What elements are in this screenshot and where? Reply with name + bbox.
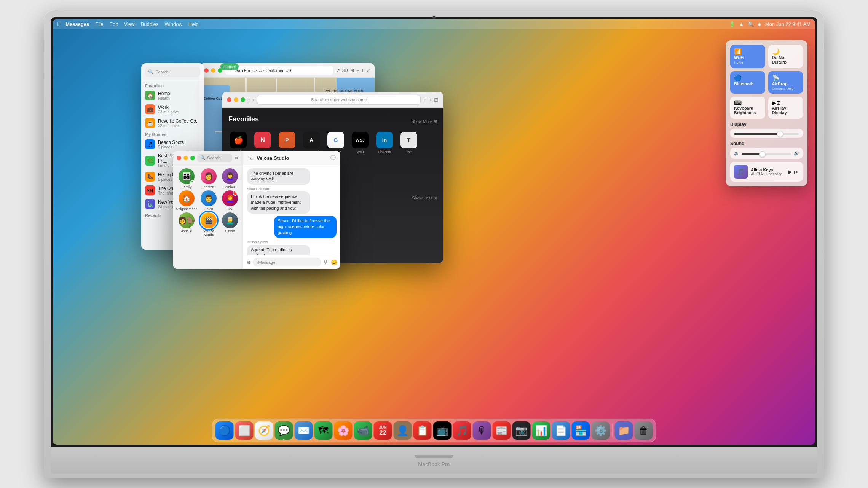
np-next-icon[interactable]: ⏭ — [794, 169, 799, 175]
safari-new-tab-icon[interactable]: + — [429, 97, 432, 103]
maps-zoom-out-icon[interactable]: − — [356, 68, 359, 73]
safari-minimize-button[interactable] — [234, 97, 238, 102]
sound-slider-thumb[interactable] — [760, 151, 766, 157]
dock-screenium[interactable]: 📷 — [512, 421, 531, 440]
sidebar-item-home[interactable]: 🏠 Home Nearby — [141, 89, 204, 102]
wifi-icon[interactable]: ▲ — [739, 21, 744, 27]
dock-appstore[interactable]: 🏪 — [572, 421, 590, 440]
contact-kevin[interactable]: 👨 Kevin — [199, 190, 219, 211]
contact-kristen[interactable]: 👩 Kristen — [199, 168, 219, 189]
dock-music[interactable]: 🎵 — [453, 421, 471, 440]
contact-velosa[interactable]: 🎬 Velosa Studio — [199, 212, 219, 237]
dock-safari[interactable]: 🧭 — [255, 421, 273, 440]
messages-maximize-button[interactable] — [190, 156, 195, 160]
maps-search-bar[interactable]: 🔍 Search — [145, 67, 200, 77]
contact-amber[interactable]: 👩‍🦱 Amber — [220, 168, 240, 189]
dock-finder[interactable]: 🔵 — [215, 421, 234, 440]
display-slider-thumb[interactable] — [777, 131, 783, 137]
menubar-help[interactable]: Help — [188, 21, 199, 27]
maps-address-bar[interactable]: 📍 San Francisco · California, US — [225, 66, 333, 75]
messages-search-bar[interactable]: 🔍 Search — [197, 154, 232, 162]
dock-facetime[interactable]: 📹 — [354, 421, 372, 440]
coffee-icon: ☕ — [145, 118, 155, 128]
dock-launchpad[interactable]: ⬜ — [235, 421, 254, 440]
dock-podcasts[interactable]: 🎙 — [473, 421, 491, 440]
cc-sound-slider[interactable]: 🔈 🔊 — [730, 148, 803, 159]
dock-messages[interactable]: 💬 — [275, 421, 293, 440]
cc-display-slider[interactable] — [730, 129, 803, 138]
contact-janelle[interactable]: 👩‍🦫 Janelle — [176, 212, 198, 237]
fav-tait-label: Tait — [406, 150, 412, 154]
maps-traffic-icon[interactable]: ⊞ — [350, 68, 354, 73]
contact-simon[interactable]: 👨‍🦳 Simon — [220, 212, 240, 237]
contact-neighborhood[interactable]: 🏠 Neighborhood — [176, 190, 198, 211]
safari-share-icon[interactable]: ↑ — [424, 97, 426, 103]
menubar-left:  Messages File Edit View Buddies Window… — [57, 21, 729, 27]
dock-photos[interactable]: 🌸 — [334, 421, 353, 440]
dock-maps[interactable]: 🗺 — [314, 421, 333, 440]
maps-fullscreen-icon[interactable]: ⤢ — [366, 68, 370, 73]
safari-close-button[interactable] — [227, 97, 231, 102]
messages-window[interactable]: 🔍 Search ✏ 👨‍👩‍👧 — [173, 151, 340, 269]
imessage-input[interactable]: iMessage — [253, 258, 321, 266]
menubar-buddies[interactable]: Buddies — [141, 21, 159, 27]
contact-ivy[interactable]: 👩‍🦰 Ivy — [220, 190, 240, 211]
dock-mail[interactable]: ✉️ — [295, 421, 313, 440]
safari-maximize-button[interactable] — [241, 97, 245, 102]
dock-folder[interactable]: 📁 — [615, 421, 633, 440]
np-play-icon[interactable]: ▶ — [788, 169, 792, 175]
dock-trash[interactable]: 🗑 — [635, 421, 653, 440]
maps-share-icon[interactable]: ↗ — [336, 68, 340, 73]
minimize-button[interactable] — [211, 68, 215, 73]
menubar-app-name[interactable]: Messages — [65, 21, 89, 27]
cc-bluetooth-block[interactable]: 🔵 Bluetooth — [730, 71, 765, 94]
menubar-file[interactable]: File — [95, 21, 103, 27]
dock-reminders[interactable]: 📋 — [413, 421, 432, 440]
sidebar-item-beach[interactable]: 🏖 Beach Spots 9 places — [141, 137, 204, 151]
dock-contacts[interactable]: 👤 — [394, 421, 412, 440]
cc-wifi-block[interactable]: 📶 Wi-Fi Home — [730, 45, 765, 68]
siri-icon[interactable]: ◈ — [758, 21, 761, 27]
menubar-edit[interactable]: Edit — [109, 21, 118, 27]
messages-apps-icon[interactable]: ⊕ — [246, 259, 251, 265]
dock-news[interactable]: 📰 — [493, 421, 511, 440]
fav-linkedin[interactable]: in LinkedIn — [375, 132, 394, 158]
sidebar-item-coffee[interactable]: ☕ Reveille Coffee Co. 22 min drive — [141, 116, 204, 130]
cc-airplay-block[interactable]: ▶⊡ AirPlayDisplay — [768, 97, 803, 119]
preferences-icon: ⚙️ — [595, 425, 607, 437]
show-more-label[interactable]: Show More ⊞ — [411, 119, 437, 124]
messages-minimize-button[interactable] — [183, 156, 188, 160]
contact-family[interactable]: 👨‍👩‍👧 Family — [176, 168, 198, 189]
show-less-label[interactable]: Show Less ⊞ — [412, 196, 437, 201]
messages-emoji-icon[interactable]: 😊 — [331, 259, 337, 265]
safari-sidebar-icon[interactable]: ⊡ — [434, 97, 439, 103]
close-button[interactable] — [204, 68, 209, 73]
messages-compose-icon[interactable]: ✏ — [235, 155, 239, 161]
coffee-name: Reveille Coffee Co. — [158, 118, 200, 124]
safari-forward-icon[interactable]: › — [252, 97, 254, 103]
apple-logo-icon[interactable]:  — [57, 21, 59, 27]
menubar-window[interactable]: Window — [165, 21, 182, 27]
cc-keyboard-block[interactable]: ⌨ KeyboardBrightness — [730, 97, 765, 119]
menubar-view[interactable]: View — [124, 21, 135, 27]
maps-3d-icon[interactable]: 3D — [342, 68, 348, 73]
messages-search-placeholder: Search — [207, 156, 220, 160]
dock-tv[interactable]: 📺 — [433, 421, 452, 440]
cc-airdrop-block[interactable]: 📡 AirDrop Contacts Only — [768, 71, 803, 94]
dock-numbers[interactable]: 📊 — [532, 421, 550, 440]
safari-back-icon[interactable]: ‹ — [248, 97, 250, 103]
sound-max-icon: 🔊 — [794, 151, 799, 156]
chat-info-icon[interactable]: ⓘ — [330, 155, 336, 161]
messages-close-button[interactable] — [177, 156, 181, 160]
dock-pages[interactable]: 📄 — [552, 421, 570, 440]
dock-calendar[interactable]: JUN 22 — [374, 421, 392, 440]
fav-tait[interactable]: T Tait — [399, 132, 419, 158]
cc-dnd-block[interactable]: 🌙 Do NotDisturb — [768, 45, 803, 68]
search-icon[interactable]: 🔍 — [748, 21, 754, 27]
maps-zoom-in-icon[interactable]: + — [361, 68, 364, 73]
messages-audio-icon[interactable]: 🎙 — [323, 259, 329, 265]
sidebar-item-work[interactable]: 💼 Work 23 min drive — [141, 102, 204, 116]
safari-url-bar[interactable]: Search or enter website name — [257, 95, 420, 105]
fav-wsj[interactable]: WSJ WSJ — [350, 132, 370, 158]
dock-preferences[interactable]: ⚙️ — [592, 421, 610, 440]
